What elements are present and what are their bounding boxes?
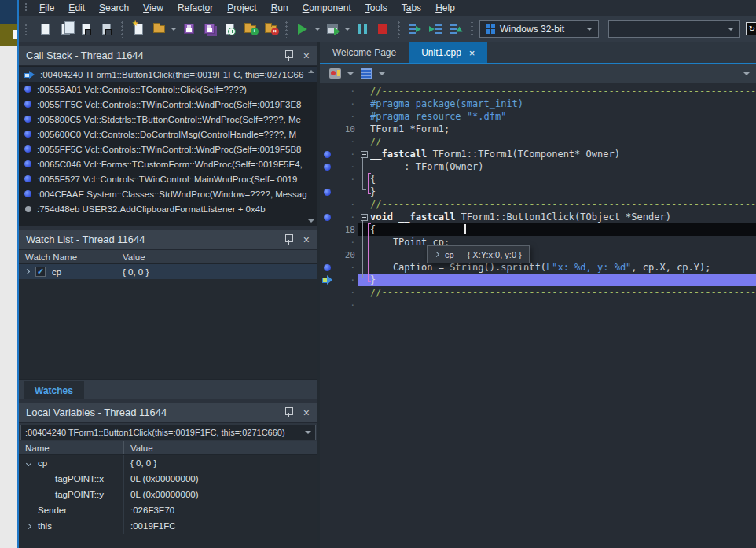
code-line[interactable]: 10TForm1 *Form1; — [320, 123, 756, 135]
fold-collapse-icon[interactable] — [361, 214, 368, 221]
remove-from-project-button[interactable]: × — [262, 20, 279, 38]
code-line[interactable]: · TPoint cp; — [320, 236, 756, 248]
target-platform-combo[interactable]: Windows 32-bit — [479, 20, 599, 38]
compile-status-dropdown-icon[interactable] — [379, 72, 385, 75]
local-variable-row[interactable]: Sender:026F3E70 — [19, 502, 317, 518]
code-line[interactable]: ·__fastcall TForm1::TForm1(TComponent* O… — [320, 148, 756, 160]
toolbar-grip-handle[interactable] — [24, 24, 28, 35]
scroll-up-icon[interactable] — [308, 70, 314, 73]
step-out-button[interactable] — [447, 20, 464, 38]
run-without-debugging-dropdown-icon[interactable] — [344, 28, 350, 31]
call-stack-frame[interactable]: :00404240 TForm1::Button1Click(this=:001… — [19, 67, 317, 82]
local-variable-row[interactable]: cp{ 0, 0 } — [19, 455, 317, 471]
pin-icon[interactable] — [284, 50, 292, 61]
tab-close-icon[interactable]: × — [469, 48, 475, 58]
menu-item-project[interactable]: Project — [220, 1, 263, 15]
code-line[interactable]: · : TForm(Owner) — [320, 160, 756, 173]
fold-collapse-icon[interactable] — [361, 151, 368, 158]
code-line[interactable]: ·//-------------------------------------… — [320, 286, 756, 299]
pin-icon[interactable] — [284, 234, 292, 245]
code-line[interactable]: 18{ — [320, 223, 756, 236]
menu-item-refactor[interactable]: Refactor — [171, 1, 220, 15]
local-variable-row[interactable]: tagPOINT::x0L (0x00000000) — [19, 471, 317, 487]
file-history-button[interactable] — [221, 20, 238, 38]
open-project-button[interactable] — [150, 20, 167, 38]
close-icon[interactable]: × — [303, 50, 310, 61]
code-line[interactable]: ·//-------------------------------------… — [320, 135, 756, 148]
add-to-project-button[interactable]: + — [241, 20, 259, 38]
new-items-button[interactable]: ★ — [130, 20, 147, 38]
menu-item-run[interactable]: Run — [264, 1, 295, 15]
stack-frame-combo[interactable]: :00404240 TForm1::Button1Click(this=:001… — [20, 425, 316, 440]
menu-item-file[interactable]: File — [32, 1, 61, 15]
local-variable-row[interactable]: this:0019F1FC — [19, 518, 317, 534]
code-line[interactable]: ·#pragma package(smart_init) — [320, 97, 756, 110]
call-stack-frame[interactable]: :754d48eb USER32.AddClipboardFormatListe… — [19, 201, 317, 216]
code-line[interactable]: · — [320, 299, 756, 311]
code-line[interactable]: ·} — [320, 274, 756, 286]
run-without-debugging-button[interactable] — [324, 20, 341, 38]
code-line[interactable]: ·{ — [320, 173, 756, 186]
watch-name-column[interactable]: Watch Name — [19, 250, 116, 263]
code-line[interactable]: ·void __fastcall TForm1::Button1Click(TO… — [320, 211, 756, 223]
close-icon[interactable]: × — [303, 407, 310, 418]
target-device-combo[interactable] — [608, 20, 740, 38]
code-line[interactable]: · Caption = String().sprintf(L"x: %d, y:… — [320, 261, 756, 274]
debug-layout-dropdown-icon[interactable] — [347, 72, 354, 75]
tab-watches[interactable]: Watches — [24, 381, 84, 399]
call-stack-frame[interactable]: :004CFAAE System::Classes::StdWndProc(Wi… — [19, 186, 317, 201]
menu-grip-handle[interactable] — [24, 2, 28, 13]
scroll-down-icon[interactable] — [308, 219, 314, 223]
run-dropdown-icon[interactable] — [314, 28, 321, 31]
close-icon[interactable]: × — [303, 234, 310, 245]
code-line[interactable]: ·#pragma resource "*.dfm" — [320, 110, 756, 123]
menu-item-view[interactable]: View — [136, 1, 171, 15]
code-line[interactable]: 20 — [320, 248, 756, 261]
call-stack-frame[interactable]: :0065C046 Vcl::Forms::TCustomForm::WndPr… — [19, 156, 317, 171]
expand-chevron-icon[interactable] — [26, 523, 31, 528]
menu-item-tools[interactable]: Tools — [358, 1, 395, 15]
locals-name-column[interactable]: Name — [19, 441, 124, 454]
tab-welcome-page[interactable]: Welcome Page — [320, 42, 409, 63]
pause-button[interactable] — [354, 20, 371, 38]
open-project-dropdown-icon[interactable] — [171, 28, 177, 31]
watch-checkbox[interactable]: ✓ — [35, 267, 46, 277]
menu-item-help[interactable]: Help — [428, 1, 462, 15]
tab-unit1-cpp[interactable]: Unit1.cpp× — [409, 42, 487, 63]
save-all-button[interactable] — [200, 20, 218, 38]
expand-chevron-icon[interactable] — [24, 269, 30, 274]
code-line[interactable]: ·//-------------------------------------… — [320, 85, 756, 97]
call-stack-frame[interactable]: :005600C0 Vcl::Controls::DoControlMsg(Co… — [19, 127, 317, 142]
call-stack-frame[interactable]: :0055BA01 Vcl::Controls::TControl::Click… — [19, 82, 317, 97]
code-line[interactable]: ·//-------------------------------------… — [320, 198, 756, 211]
menu-item-tabs[interactable]: Tabs — [395, 1, 428, 15]
tooltip-expand-icon[interactable] — [434, 252, 439, 257]
code-area[interactable]: ·//-------------------------------------… — [320, 83, 756, 548]
new-file-button[interactable] — [36, 20, 53, 38]
save-as-button[interactable] — [77, 20, 94, 38]
call-stack-frame[interactable]: :0055F527 Vcl::Controls::TWinControl::Ma… — [19, 171, 317, 186]
code-line[interactable]: –} — [320, 186, 756, 198]
locals-value-column[interactable]: Value — [124, 441, 317, 454]
open-file-button[interactable] — [57, 20, 74, 38]
debug-layout-button[interactable] — [326, 65, 343, 83]
program-reset-button[interactable] — [374, 20, 391, 38]
refresh-devices-button[interactable]: ↻ — [743, 20, 756, 38]
close-file-button[interactable] — [97, 20, 115, 38]
menu-item-component[interactable]: Component — [295, 1, 358, 15]
menu-item-edit[interactable]: Edit — [61, 1, 92, 15]
menu-item-search[interactable]: Search — [92, 1, 136, 15]
call-stack-frame[interactable]: :0055FF5C Vcl::Controls::TWinControl::Wn… — [19, 142, 317, 156]
call-stack-frame[interactable]: :0055FF5C Vcl::Controls::TWinControl::Wn… — [19, 97, 317, 112]
editor-options-chevron-icon[interactable] — [743, 72, 750, 75]
call-stack-frame[interactable]: :005800C5 Vcl::Stdctrls::TButtonControl:… — [19, 112, 317, 127]
watch-row[interactable]: ✓cp{ 0, 0 } — [19, 264, 317, 279]
run-button[interactable] — [294, 20, 311, 38]
trace-into-button[interactable] — [427, 20, 444, 38]
local-variable-row[interactable]: tagPOINT::y0L (0x00000000) — [19, 487, 317, 502]
step-over-button[interactable] — [406, 20, 424, 38]
save-button[interactable] — [180, 20, 197, 38]
watch-value-column[interactable]: Value — [116, 250, 317, 263]
pin-icon[interactable] — [284, 407, 292, 417]
compile-status-button[interactable] — [358, 65, 375, 83]
